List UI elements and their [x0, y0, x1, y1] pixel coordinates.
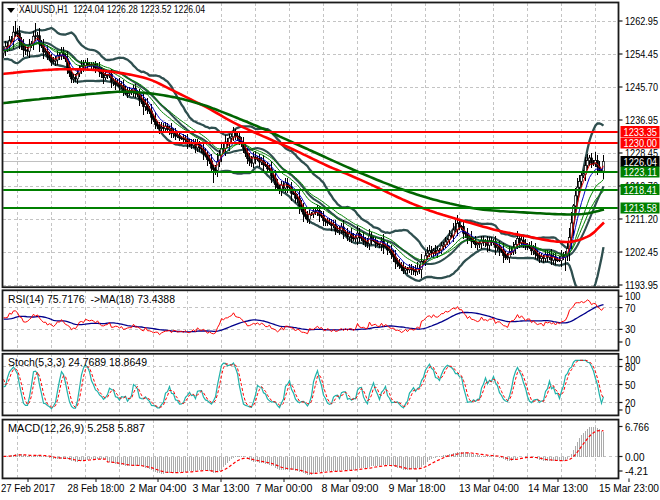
- svg-text:1230.00: 1230.00: [624, 137, 658, 149]
- svg-text:14 Mar 13:00: 14 Mar 13:00: [528, 482, 588, 494]
- svg-text:1218.41: 1218.41: [624, 184, 658, 196]
- svg-text:28 Feb 18:00: 28 Feb 18:00: [68, 482, 125, 494]
- svg-text:XAUUSD,H1 1224.04 1226.28 122: XAUUSD,H1 1224.04 1226.28 1223.52 1226.0…: [19, 3, 205, 15]
- svg-text:6.766: 6.766: [625, 421, 649, 433]
- svg-text:13 Mar 04:00: 13 Mar 04:00: [459, 482, 519, 494]
- svg-text:100: 100: [625, 290, 641, 302]
- svg-text:1223.11: 1223.11: [624, 166, 658, 178]
- svg-text:50: 50: [625, 379, 636, 391]
- svg-text:-4.21: -4.21: [625, 465, 648, 477]
- svg-text:1211.20: 1211.20: [625, 213, 658, 225]
- svg-text:1254.45: 1254.45: [625, 48, 658, 60]
- svg-text:1262.95: 1262.95: [625, 15, 658, 27]
- svg-text:MACD(12,26,9) 5.258 5.887: MACD(12,26,9) 5.258 5.887: [8, 422, 145, 434]
- svg-text:80: 80: [625, 361, 636, 373]
- svg-text:1233.35: 1233.35: [624, 126, 658, 138]
- svg-text:70: 70: [625, 302, 636, 314]
- svg-text:1213.58: 1213.58: [624, 202, 658, 214]
- svg-text:27 Feb 2017: 27 Feb 2017: [1, 482, 55, 494]
- svg-text:1245.70: 1245.70: [625, 81, 658, 93]
- svg-text:1193.95: 1193.95: [625, 279, 658, 291]
- svg-text:30: 30: [625, 323, 636, 335]
- svg-text:7 Mar 00:00: 7 Mar 00:00: [256, 482, 313, 494]
- svg-text:9 Mar 18:00: 9 Mar 18:00: [389, 482, 446, 494]
- svg-text:1236.95: 1236.95: [625, 114, 658, 126]
- svg-text:2 Mar 04:00: 2 Mar 04:00: [130, 482, 187, 494]
- svg-text:3 Mar 13:00: 3 Mar 13:00: [193, 482, 250, 494]
- svg-text:0: 0: [625, 336, 631, 348]
- svg-text:Stoch(5,3,3) 24.7689 18.8649: Stoch(5,3,3) 24.7689 18.8649: [8, 356, 147, 368]
- svg-text:RSI(14) 75.7176 ->MA(18) 73.4: RSI(14) 75.7176 ->MA(18) 73.4388: [8, 293, 175, 305]
- svg-text:0.00: 0.00: [625, 451, 645, 463]
- svg-text:0: 0: [625, 404, 631, 416]
- svg-text:8 Mar 09:00: 8 Mar 09:00: [322, 482, 379, 494]
- svg-text:15 Mar 23:00: 15 Mar 23:00: [599, 482, 659, 494]
- svg-text:1202.45: 1202.45: [625, 246, 658, 258]
